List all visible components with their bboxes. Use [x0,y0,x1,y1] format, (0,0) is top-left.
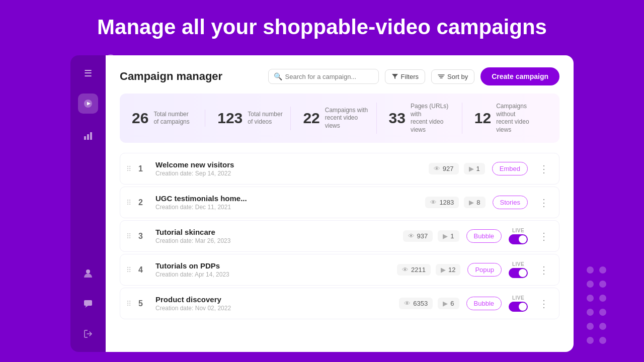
svg-rect-6 [84,300,92,306]
drag-handle-1[interactable]: ⠿ [126,199,131,207]
campaign-info-0: Welcome new visitors Creation date: Sep … [155,160,422,177]
stat-item-2: 22 Campaigns withrecent video views [290,107,376,130]
campaign-date-4: Creation date: Nov 02, 2022 [155,305,392,312]
sidebar-icon-chart[interactable] [78,126,98,146]
video-icon-1: ▶ [469,199,474,206]
videos-count-1: 8 [476,199,480,206]
more-options-button-4[interactable]: ⋮ [535,296,553,312]
stats-bar: 26 Total numberof campaigns 123 Total nu… [120,94,559,143]
campaign-date-3: Creation date: Apr 14, 2023 [155,271,390,278]
campaign-date-2: Creation date: Mar 26, 2023 [155,237,396,244]
campaign-num-4: 5 [138,299,148,308]
eye-icon-4: 👁 [404,300,411,307]
search-input[interactable] [285,73,373,80]
campaign-row: ⠿ 2 UGC testimonials home... Creation da… [120,187,559,218]
live-toggle-wrap-3: LIVE [509,261,528,278]
live-toggle-3[interactable] [509,268,528,278]
videos-count-0: 1 [476,165,480,172]
campaign-name-0: Welcome new visitors [155,160,422,169]
more-options-button-1[interactable]: ⋮ [535,195,553,211]
campaign-info-1: UGC testimonials home... Creation date: … [155,194,418,211]
eye-icon-1: 👁 [430,199,437,206]
campaign-info-4: Product discovery Creation date: Nov 02,… [155,295,392,312]
eye-icon-0: 👁 [434,165,440,172]
stat-label-1: Total numberof videos [248,111,282,126]
stat-item-4: 12 Campaigns withoutrecent video views [462,103,547,134]
sidebar-icon-user[interactable] [78,263,98,284]
campaign-name-3: Tutorials on PDPs [155,261,390,270]
svg-marker-7 [85,306,88,308]
campaign-num-0: 1 [138,164,148,173]
campaign-num-1: 2 [138,198,148,207]
campaign-stats-3: 👁 2211 ▶ 12 [397,264,460,276]
stat-item-0: 26 Total numberof campaigns [132,110,205,127]
main-wrapper: ☰ [70,55,574,352]
campaign-stats-2: 👁 937 ▶ 1 [403,230,459,242]
views-count-4: 6353 [413,300,428,307]
stat-number-3: 33 [389,110,406,127]
video-icon-0: ▶ [469,165,474,172]
campaign-num-3: 4 [138,265,148,275]
sidebar-icon-chat[interactable] [78,294,98,314]
campaign-info-3: Tutorials on PDPs Creation date: Apr 14,… [155,261,390,278]
type-badge-0: Embed [492,162,528,175]
search-icon: 🔍 [274,72,282,80]
filters-button[interactable]: Filters [385,69,425,84]
sidebar-icon-logout[interactable] [78,324,98,344]
views-count-2: 937 [417,232,428,240]
drag-handle-3[interactable]: ⠿ [126,266,131,274]
campaign-row: ⠿ 4 Tutorials on PDPs Creation date: Apr… [120,254,559,286]
campaign-list: ⠿ 1 Welcome new visitors Creation date: … [120,153,559,319]
stat-number-0: 26 [132,110,148,127]
header-actions: 🔍 Filters Sort by Create campaign [268,67,559,85]
stat-number-1: 123 [217,110,243,127]
sort-button[interactable]: Sort by [431,69,474,84]
stat-item-3: 33 Pages (URLs) withrecent video views [376,103,462,134]
more-options-button-2[interactable]: ⋮ [535,228,553,244]
campaign-name-1: UGC testimonials home... [155,194,418,203]
live-toggle-wrap-2: LIVE [509,228,528,244]
video-icon-4: ▶ [443,300,448,307]
campaign-stats-0: 👁 927 ▶ 1 [429,163,485,174]
live-toggle-wrap-4: LIVE [509,295,528,312]
create-campaign-button[interactable]: Create campaign [480,67,559,85]
videos-count-3: 12 [448,266,455,274]
live-label-3: LIVE [512,261,524,267]
svg-rect-3 [87,134,89,140]
svg-rect-2 [84,136,86,140]
sidebar: ☰ [70,55,106,352]
live-toggle-4[interactable] [509,302,528,312]
views-count-3: 2211 [411,266,426,274]
type-badge-2: Bubble [466,229,502,243]
videos-count-4: 6 [450,300,454,307]
search-box[interactable]: 🔍 [268,69,379,84]
stat-label-0: Total numberof campaigns [153,111,189,126]
videos-count-2: 1 [450,232,454,240]
stat-number-4: 12 [474,110,491,127]
campaign-row: ⠿ 1 Welcome new visitors Creation date: … [120,153,559,185]
views-count-0: 927 [443,165,454,172]
drag-handle-0[interactable]: ⠿ [126,165,131,173]
views-badge-0: 👁 927 [429,163,459,174]
svg-point-5 [86,269,90,274]
type-badge-3: Popup [467,263,502,277]
video-icon-3: ▶ [441,266,446,274]
campaign-row: ⠿ 5 Product discovery Creation date: Nov… [120,288,559,319]
more-options-button-3[interactable]: ⋮ [535,262,553,278]
eye-icon-2: 👁 [408,232,415,240]
live-toggle-2[interactable] [509,234,528,244]
views-badge-4: 👁 6353 [399,298,433,309]
more-options-button-0[interactable]: ⋮ [535,161,553,177]
campaign-date-1: Creation date: Dec 11, 2021 [155,204,418,211]
sidebar-icon-menu[interactable]: ☰ [78,63,98,83]
stat-number-2: 22 [303,110,319,127]
sidebar-icon-play[interactable] [78,94,98,114]
drag-handle-2[interactable]: ⠿ [126,232,131,240]
page-background-title: Manage all your shoppable-video campaign… [0,15,644,39]
campaign-info-2: Tutorial skincare Creation date: Mar 26,… [155,228,396,244]
drag-handle-4[interactable]: ⠿ [126,300,131,308]
campaign-num-2: 3 [138,232,148,241]
views-badge-1: 👁 1283 [425,197,459,208]
stat-label-4: Campaigns withoutrecent video views [496,103,541,134]
page-title: Campaign manager [120,70,222,83]
